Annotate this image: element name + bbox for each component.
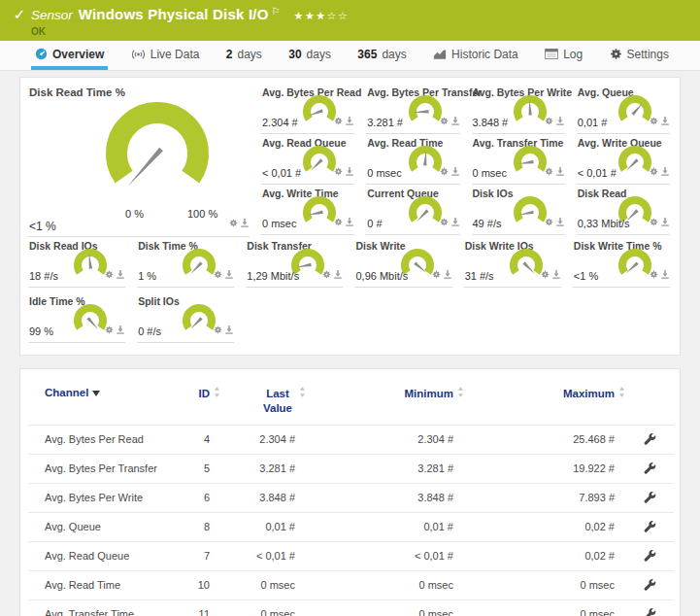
gauge-settings-gear-icon[interactable]: [650, 162, 658, 180]
gauge-tile-current-queue[interactable]: Current Queue 0 #: [366, 185, 459, 235]
gauge-pin-icon[interactable]: [346, 162, 353, 180]
gauge-pin-icon[interactable]: [444, 265, 451, 283]
tab-settings[interactable]: Settings: [606, 41, 673, 70]
gauge-tile-disk-read-time[interactable]: Disk Read Time % 0 % 100 % <1 %: [28, 84, 250, 237]
channel-gauge: [406, 143, 445, 180]
channel-maximum: 0 msec: [464, 570, 625, 599]
column-header-minimum[interactable]: Minimum: [306, 377, 464, 425]
gauge-settings-gear-icon[interactable]: [214, 265, 222, 283]
gauge-pin-icon[interactable]: [225, 321, 233, 338]
gauge-tile-disk-read-ios[interactable]: Disk Read IOs 18 #/s: [28, 237, 125, 288]
channel-maximum: 0,02 #: [464, 512, 625, 541]
channel-minimum: 2.304 #: [306, 425, 464, 454]
gauge-pin-icon[interactable]: [451, 213, 459, 230]
gauge-settings-gear-icon[interactable]: [214, 321, 222, 338]
gauge-tile-avg-read-queue[interactable]: Avg. Read Queue < 0,01 #: [261, 134, 354, 185]
channel-settings-wrench-icon[interactable]: [644, 462, 656, 474]
priority-stars[interactable]: ★★★☆☆: [294, 8, 350, 24]
gauge-tile-disk-transfer[interactable]: Disk Transfer 1,29 Mbit/s: [246, 237, 343, 288]
gauge-tile-avg-write-time[interactable]: Avg. Write Time 0 msec: [261, 185, 354, 235]
gauge-pin-icon[interactable]: [241, 214, 249, 231]
gauge-tile-avg-transfer-time[interactable]: Avg. Transfer Time 0 msec: [472, 134, 565, 185]
gauge-tile-avg-read-time[interactable]: Avg. Read Time 0 msec: [366, 134, 459, 185]
gauge-tile-disk-write[interactable]: Disk Write 0,96 Mbit/s: [354, 237, 451, 288]
column-header-channel[interactable]: Channel: [28, 377, 174, 425]
column-header-id[interactable]: ID: [174, 377, 220, 425]
tab-overview[interactable]: Overview: [31, 41, 108, 70]
gauge-settings-gear-icon[interactable]: [440, 162, 449, 180]
gauge-tile-disk-ios[interactable]: Disk IOs 49 #/s: [472, 185, 565, 235]
gauge-tile-avg-queue[interactable]: Avg. Queue 0,01 #: [577, 84, 670, 134]
tab-365-days[interactable]: 365days: [353, 41, 410, 70]
gauge-pin-icon[interactable]: [346, 213, 353, 230]
gauge-tile-disk-read[interactable]: Disk Read 0,33 Mbit/s: [577, 185, 670, 235]
gauge-tile-avg-bytes-per-read[interactable]: Avg. Bytes Per Read 2.304 #: [261, 84, 354, 134]
gauge-settings-gear-icon[interactable]: [105, 265, 114, 283]
gauge-pin-icon[interactable]: [346, 112, 353, 129]
gauge-settings-gear-icon[interactable]: [229, 214, 238, 231]
gauge-settings-gear-icon[interactable]: [650, 265, 658, 283]
column-header-last-value[interactable]: Last Value: [220, 377, 306, 425]
gauge-tile-avg-write-queue[interactable]: Avg. Write Queue < 0,01 #: [577, 134, 670, 185]
gauge-value: 99 %: [29, 325, 53, 337]
channel-settings-wrench-icon[interactable]: [644, 520, 656, 532]
gauge-tile-split-ios[interactable]: Split IOs 0 #/s: [137, 292, 234, 343]
tab-historic-data[interactable]: Historic Data: [429, 41, 522, 70]
gauge-pin-icon[interactable]: [661, 162, 669, 180]
gauge-pin-icon[interactable]: [451, 162, 459, 180]
tab-2-days[interactable]: 2days: [222, 41, 266, 70]
tab-live-data[interactable]: Live Data: [127, 41, 204, 70]
channel-settings-wrench-icon[interactable]: [644, 491, 656, 503]
gauge-settings-gear-icon[interactable]: [545, 213, 553, 230]
gauge-pin-icon[interactable]: [451, 112, 459, 129]
column-header-maximum[interactable]: Maximum: [464, 377, 625, 425]
gauge-settings-gear-icon[interactable]: [432, 265, 441, 283]
tab-log[interactable]: Log: [541, 41, 586, 70]
channel-gauge: [511, 92, 550, 129]
gauges-panel: Disk Read Time % 0 % 100 % <1 % Avg. Byt…: [19, 77, 681, 356]
channel-last-value: 0 msec: [220, 599, 306, 616]
gauge-settings-gear-icon[interactable]: [440, 112, 449, 129]
gauge-pin-icon[interactable]: [556, 213, 564, 230]
tab-30-days[interactable]: 30days: [284, 41, 335, 70]
gauge-settings-gear-icon[interactable]: [334, 162, 343, 180]
gauge-settings-gear-icon[interactable]: [650, 213, 658, 230]
gauge-settings-gear-icon[interactable]: [322, 265, 331, 283]
channel-settings-wrench-icon[interactable]: [644, 549, 656, 562]
priority-flag-icon[interactable]: ⚐: [272, 3, 281, 19]
gauge-pin-icon[interactable]: [556, 162, 564, 180]
channel-settings-wrench-icon[interactable]: [644, 432, 656, 445]
gauge-settings-gear-icon[interactable]: [650, 112, 658, 129]
channel-settings-wrench-icon[interactable]: [644, 607, 656, 616]
gauge-settings-gear-icon[interactable]: [545, 112, 553, 129]
sensor-header: ✓ Sensor Windows Physical Disk I/O ⚐ ★★★…: [0, 0, 700, 41]
gauge-pin-icon[interactable]: [117, 321, 124, 338]
status-check-icon: ✓: [8, 6, 31, 23]
gauge-tile-avg-bytes-per-write[interactable]: Avg. Bytes Per Write 3.848 #: [472, 84, 565, 134]
gauge-settings-gear-icon[interactable]: [105, 321, 114, 338]
sensor-kind-label: Sensor: [31, 7, 73, 23]
channel-settings-wrench-icon[interactable]: [644, 578, 656, 591]
overview-icon: [35, 48, 48, 60]
gauge-pin-icon[interactable]: [556, 112, 564, 129]
gauge-tile-avg-bytes-per-transfer[interactable]: Avg. Bytes Per Transfer 3.281 #: [366, 84, 459, 134]
channel-name: Avg. Bytes Per Write: [28, 483, 174, 512]
gauge-settings-gear-icon[interactable]: [334, 213, 343, 230]
gauge-pin-icon[interactable]: [552, 265, 560, 283]
gauge-tile-idle-time[interactable]: Idle Time % 99 %: [28, 292, 125, 343]
disk-read-time-gauge: [94, 97, 220, 208]
gauge-settings-gear-icon[interactable]: [541, 265, 550, 283]
gauge-pin-icon[interactable]: [661, 213, 669, 230]
gauge-tile-disk-time[interactable]: Disk Time % 1 %: [137, 237, 234, 288]
gauge-settings-gear-icon[interactable]: [334, 112, 343, 129]
gauge-settings-gear-icon[interactable]: [545, 162, 553, 180]
gauge-tile-disk-write-time[interactable]: Disk Write Time % <1 %: [573, 237, 670, 288]
gauge-settings-gear-icon[interactable]: [440, 213, 449, 230]
gauge-pin-icon[interactable]: [225, 265, 233, 283]
gauge-pin-icon[interactable]: [334, 265, 342, 283]
gauge-pin-icon[interactable]: [661, 112, 669, 129]
gauge-pin-icon[interactable]: [117, 265, 124, 283]
gauge-pin-icon[interactable]: [661, 265, 669, 283]
main-content: Disk Read Time % 0 % 100 % <1 % Avg. Byt…: [0, 71, 700, 616]
gauge-tile-disk-write-ios[interactable]: Disk Write IOs 31 #/s: [464, 237, 561, 288]
